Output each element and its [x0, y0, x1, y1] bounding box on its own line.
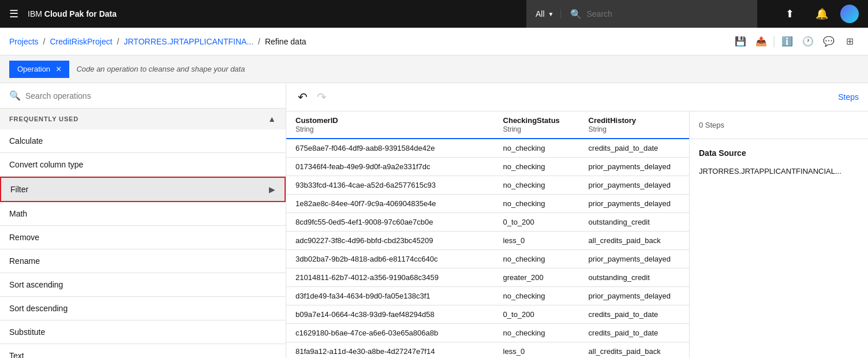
ops-item-sort-desc[interactable]: Sort descending — [0, 297, 286, 320]
ops-item-label: Sort descending — [9, 304, 68, 313]
search-input[interactable] — [586, 9, 702, 18]
ops-section-collapse[interactable]: ▲ — [268, 114, 276, 124]
breadcrumb-sep-4: | — [773, 35, 776, 48]
operation-tag-close[interactable]: × — [56, 64, 61, 74]
left-panel: 🔍 FREQUENTLY USED ▲ Calculate Convert co… — [0, 83, 286, 358]
search-ops-icon: 🔍 — [9, 90, 21, 101]
table-cell-1: no_checking — [494, 158, 579, 176]
search-ops-input[interactable] — [25, 91, 276, 100]
table-cell-0: adc90227-3f8c-4d96-bbfd-cbd23bc45209 — [286, 232, 494, 250]
export-icon[interactable]: 📤 — [752, 32, 770, 51]
undo-button[interactable]: ↶ — [295, 88, 310, 106]
menu-icon[interactable]: ☰ — [9, 8, 18, 20]
ops-item-calculate[interactable]: Calculate — [0, 129, 286, 153]
ops-item-rename[interactable]: Rename — [0, 249, 286, 273]
right-area: ↶ ↷ Steps CustomerIDString CheckingStatu… — [286, 83, 868, 358]
nav-icon-1[interactable]: ⬆ — [776, 0, 803, 28]
steps-panel: 0 Steps Data Source JRTORRES.JRTAPPLICAN… — [689, 111, 868, 358]
table-cell-2: outstanding_credit — [579, 268, 689, 287]
operation-tag[interactable]: Operation × — [9, 61, 69, 78]
info-icon[interactable]: ℹ️ — [778, 32, 796, 51]
ops-item-remove[interactable]: Remove — [0, 226, 286, 249]
table-row: 675e8ae7-f046-4df9-aab8-9391584de42eno_c… — [286, 139, 689, 158]
ops-item-substitute[interactable]: Substitute — [0, 320, 286, 344]
table-row: 93b33fcd-4136-4cae-a52d-6a2577615c93no_c… — [286, 176, 689, 195]
table-cell-1: less_0 — [494, 342, 579, 359]
table-toolbar: ↶ ↷ Steps — [286, 83, 868, 111]
ops-item-label: Text — [9, 351, 24, 358]
breadcrumb-sep-1: / — [43, 37, 46, 46]
table-cell-2: all_credits_paid_back — [579, 342, 689, 359]
comments-icon[interactable]: 💬 — [820, 32, 838, 51]
ops-item-text[interactable]: Text — [0, 344, 286, 358]
table-cell-0: 93b33fcd-4136-4cae-a52d-6a2577615c93 — [286, 176, 494, 195]
ops-item-convert[interactable]: Convert column type — [0, 153, 286, 177]
table-cell-0: c1629180-b6ae-47ce-a6e6-03e65a806a8b — [286, 324, 494, 342]
table-cell-0: 017346f4-feab-49e9-9d0f-a9a2e331f7dc — [286, 158, 494, 176]
view-icon[interactable]: ⊞ — [840, 32, 859, 51]
save-icon[interactable]: 💾 — [731, 32, 750, 51]
breadcrumb-current: Refine data — [265, 37, 306, 46]
table-cell-0: b09a7e14-0664-4c38-93d9-faef48294d58 — [286, 305, 494, 324]
top-nav-actions: ⬆ 🔔 — [776, 0, 859, 28]
table-cell-0: d3f1de49-fa34-4634-b9d0-fa05e138c3f1 — [286, 287, 494, 305]
breadcrumb-sep-3: / — [258, 37, 260, 46]
ops-item-label: Math — [9, 209, 27, 218]
search-ops-bar: 🔍 — [0, 83, 286, 109]
ops-item-label: Rename — [9, 256, 40, 266]
table-cell-1: 0_to_200 — [494, 305, 579, 324]
history-icon[interactable]: 🕐 — [799, 32, 817, 51]
data-table: CustomerIDString CheckingStatusString Cr… — [286, 111, 689, 358]
breadcrumb-project[interactable]: CreditRiskProject — [50, 37, 112, 46]
avatar[interactable] — [840, 5, 859, 23]
table-cell-1: no_checking — [494, 195, 579, 213]
top-nav: ☰ IBM Cloud Pak for Data All ▼ 🔍 ⬆ 🔔 — [0, 0, 868, 28]
ops-item-math[interactable]: Math — [0, 202, 286, 226]
table-cell-2: outstanding_credit — [579, 213, 689, 232]
table-cell-0: 81fa9a12-a11d-4e30-a8be-4d27247e7f14 — [286, 342, 494, 359]
ops-item-arrow: ▶ — [269, 185, 275, 194]
table-cell-2: credits_paid_to_date — [579, 139, 689, 158]
ops-item-label: Substitute — [9, 327, 45, 337]
operation-bar: Operation × Code an operation to cleanse… — [0, 55, 868, 83]
breadcrumb-actions: 💾 📤 | ℹ️ 🕐 💬 ⊞ — [731, 32, 859, 51]
table-cell-2: credits_paid_to_date — [579, 324, 689, 342]
breadcrumb: Projects / CreditRiskProject / JRTORRES.… — [0, 28, 868, 55]
notifications-icon[interactable]: 🔔 — [808, 0, 836, 28]
table-row: d3f1de49-fa34-4634-b9d0-fa05e138c3f1no_c… — [286, 287, 689, 305]
breadcrumb-sep-2: / — [117, 37, 119, 46]
table-cell-1: no_checking — [494, 324, 579, 342]
table-cell-1: 0_to_200 — [494, 213, 579, 232]
redo-button[interactable]: ↷ — [315, 88, 329, 106]
steps-link[interactable]: Steps — [838, 92, 859, 102]
table-row: adc90227-3f8c-4d96-bbfd-cbd23bc45209less… — [286, 232, 689, 250]
global-search-bar: All ▼ 🔍 — [526, 0, 757, 28]
data-and-steps: CustomerIDString CheckingStatusString Cr… — [286, 111, 868, 358]
table-row: 81fa9a12-a11d-4e30-a8be-4d27247e7f14less… — [286, 342, 689, 359]
col-header-checkingstatus: CheckingStatusString — [494, 111, 579, 139]
steps-count: 0 Steps — [690, 111, 868, 139]
table-cell-2: prior_payments_delayed — [579, 250, 689, 268]
breadcrumb-projects[interactable]: Projects — [9, 37, 39, 46]
search-scope-dropdown[interactable]: All ▼ — [536, 9, 561, 18]
table-row: 21014811-62b7-4012-a356-9190a68c3459grea… — [286, 268, 689, 287]
data-source-value: JRTORRES.JRTAPPLICANTFINANCIAL... — [690, 167, 868, 185]
col-header-customerid: CustomerIDString — [286, 111, 494, 139]
ops-item-filter[interactable]: Filter ▶ — [0, 177, 286, 202]
table-cell-0: 3db02ba7-9b2b-4818-adb6-e81174cc640c — [286, 250, 494, 268]
operation-hint: Code an operation to cleanse and shape y… — [76, 65, 245, 73]
ops-list: Calculate Convert column type Filter ▶ M… — [0, 129, 286, 358]
table-cell-1: less_0 — [494, 232, 579, 250]
ops-item-sort-asc[interactable]: Sort ascending — [0, 273, 286, 297]
table-row: 3db02ba7-9b2b-4818-adb6-e81174cc640cno_c… — [286, 250, 689, 268]
data-table-wrapper[interactable]: CustomerIDString CheckingStatusString Cr… — [286, 111, 689, 358]
table-row: b09a7e14-0664-4c38-93d9-faef48294d580_to… — [286, 305, 689, 324]
table-cell-1: no_checking — [494, 176, 579, 195]
table-cell-0: 8cd9fc55-0ed5-4ef1-9008-97c60ae7cb0e — [286, 213, 494, 232]
main-content: 🔍 FREQUENTLY USED ▲ Calculate Convert co… — [0, 83, 868, 358]
breadcrumb-dataset[interactable]: JRTORRES.JRTAPPLICANTFINA... — [124, 37, 254, 46]
operation-tag-label: Operation — [17, 65, 50, 73]
table-cell-2: prior_payments_delayed — [579, 195, 689, 213]
table-row: 017346f4-feab-49e9-9d0f-a9a2e331f7dcno_c… — [286, 158, 689, 176]
table-row: 1e82ae8c-84ee-40f7-9c9a-406904835e4eno_c… — [286, 195, 689, 213]
